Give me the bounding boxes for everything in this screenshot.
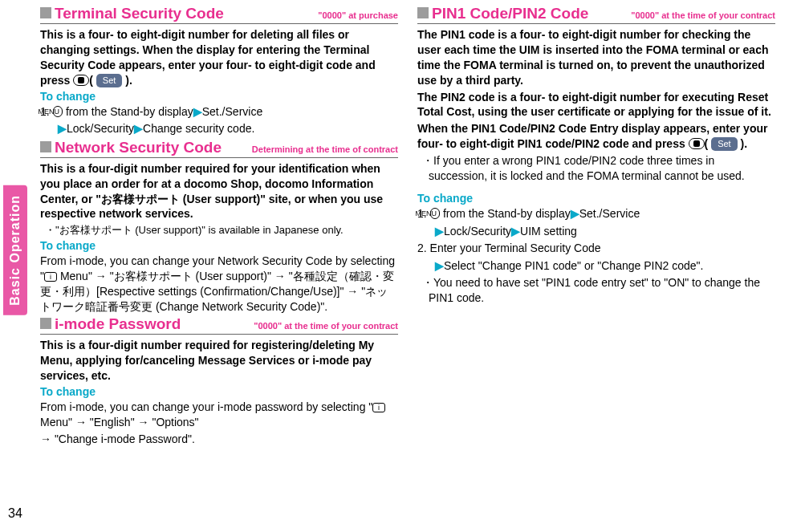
bullet-note: ・If you enter a wrong PIN1 code/PIN2 cod…	[422, 153, 775, 184]
section-header-pin: PIN1 Code/PIN2 Code "0000" at the time o…	[417, 6, 775, 24]
description: This is a four-digit number required for…	[40, 338, 398, 384]
text: Menu" → "お客様サポート (User support)" → "各種設定…	[40, 270, 394, 313]
section-title: Terminal Security Code	[55, 6, 318, 22]
square-bullet-icon	[40, 7, 51, 18]
to-change-label: To change	[40, 90, 398, 103]
step-text: Set./Service	[579, 207, 640, 220]
arrow-icon: ▶	[193, 105, 202, 118]
arrow-icon: ▶	[58, 122, 67, 135]
section-title: i-mode Password	[55, 316, 254, 332]
description: The PIN1 code is a four- to eight-digit …	[417, 27, 775, 88]
left-column: Terminal Security Code "0000" at purchas…	[30, 0, 408, 532]
step-cont: ▶Lock/Security▶Change security code.	[40, 121, 398, 137]
step-text: from the Stand-by display	[440, 207, 571, 220]
section-sub: "0000" at purchase	[318, 10, 398, 20]
text: From i-mode, you can change your i-mode …	[40, 400, 372, 413]
arrow-icon: ▶	[435, 225, 444, 238]
center-key-icon	[689, 138, 705, 149]
description: When the PIN1 Code/PIN2 Code Entry displ…	[417, 121, 775, 152]
text: ).	[741, 137, 748, 150]
arrow-icon: ▶	[511, 225, 520, 238]
bullet-note: ・"お客様サポート (User support)" is available i…	[45, 223, 398, 238]
body-text: From i-mode, you can change your i-mode …	[40, 400, 398, 430]
section-header-imode: i-mode Password "0000" at the time of yo…	[40, 316, 398, 335]
to-change-label: To change	[40, 239, 398, 252]
section-sub: "0000" at the time of your contract	[631, 10, 775, 20]
step-cont: ▶Lock/Security▶UIM setting	[417, 224, 775, 240]
square-bullet-icon	[40, 141, 51, 152]
desc-text: This is a four- to eight-digit number fo…	[40, 28, 376, 87]
menu-key-icon: MENU	[430, 208, 441, 219]
to-change-label: To change	[417, 192, 775, 205]
step: 1. MENU from the Stand-by display▶Set./S…	[40, 104, 398, 120]
step: 2. Enter your Terminal Security Code	[417, 241, 775, 257]
section-header-terminal: Terminal Security Code "0000" at purchas…	[40, 6, 398, 24]
step-text: Change security code.	[143, 122, 254, 135]
section-title: Network Security Code	[55, 140, 252, 156]
menu-key-icon: MENU	[53, 106, 63, 117]
manual-page: Basic Operation 34 Terminal Security Cod…	[0, 0, 805, 532]
step-text: Lock/Security	[67, 122, 134, 135]
step: 1. MENU from the Stand-by display▶Set./S…	[417, 206, 775, 222]
arrow-icon: ▶	[134, 122, 143, 135]
i-menu-icon: ｉ	[372, 403, 385, 412]
set-button-graphic: Set	[711, 137, 738, 151]
i-menu-icon: ｉ	[44, 272, 57, 282]
step-text: from the Stand-by display	[63, 105, 193, 118]
side-tab: Basic Operation 34	[0, 0, 30, 532]
text: Menu" → "English" → "Options"	[40, 416, 199, 428]
center-key-icon	[73, 75, 89, 86]
description: This is a four-digit number required for…	[40, 161, 398, 222]
step-text: UIM setting	[520, 225, 577, 238]
bullet-note: ・You need to have set "PIN1 code entry s…	[422, 275, 775, 306]
section-sub: Determining at the time of contract	[252, 144, 398, 154]
body-text: From i-mode, you can change your Network…	[40, 254, 398, 315]
content-area: Terminal Security Code "0000" at purchas…	[30, 0, 805, 532]
step-text: Set./Service	[202, 105, 262, 118]
right-column: PIN1 Code/PIN2 Code "0000" at the time o…	[408, 0, 785, 532]
square-bullet-icon	[40, 318, 51, 329]
step-text: Lock/Security	[444, 225, 511, 238]
description: The PIN2 code is a four- to eight-digit …	[417, 90, 775, 120]
page-number: 34	[8, 500, 22, 526]
to-change-label: To change	[40, 385, 398, 398]
description: This is a four- to eight-digit number fo…	[40, 27, 398, 88]
section-tab: Basic Operation	[3, 185, 27, 315]
section-sub: "0000" at the time of your contract	[254, 321, 398, 331]
desc-post: ).	[125, 74, 132, 87]
set-button-graphic: Set	[96, 74, 123, 87]
arrow-icon: ▶	[435, 259, 444, 272]
step-cont: ▶Select "Change PIN1 code" or "Change PI…	[417, 258, 775, 274]
arrow-icon: ▶	[571, 207, 579, 220]
body-text: → "Change i-mode Password".	[40, 432, 398, 447]
section-title: PIN1 Code/PIN2 Code	[432, 6, 631, 22]
square-bullet-icon	[417, 7, 429, 18]
section-header-network: Network Security Code Determining at the…	[40, 140, 398, 158]
step-text: Select "Change PIN1 code" or "Change PIN…	[444, 259, 703, 272]
